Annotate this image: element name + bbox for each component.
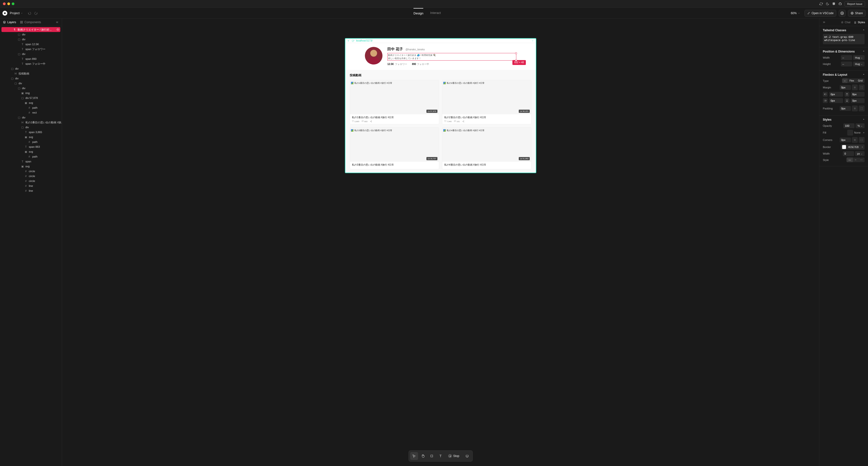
margin-input[interactable] — [840, 85, 851, 90]
settings-button[interactable] — [839, 10, 845, 17]
layer-row[interactable]: Tspan 883 — [0, 144, 62, 149]
margin-bottom-input[interactable] — [851, 98, 865, 103]
hand-tool-button[interactable] — [419, 452, 427, 460]
project-name-dropdown[interactable]: Project — [10, 11, 23, 15]
layer-row[interactable]: ▣svg — [0, 164, 62, 169]
add-fill-button[interactable]: + — [863, 131, 865, 134]
width-mode-dropdown[interactable]: Hug⌄ — [853, 55, 865, 60]
margin-expand-button[interactable] — [859, 85, 865, 90]
layout-type-flex-button[interactable]: Flex — [847, 79, 856, 83]
tab-design[interactable]: Design — [413, 8, 423, 18]
layer-row[interactable]: #rect — [0, 110, 62, 115]
layer-row[interactable]: H投稿動画 — [0, 71, 62, 76]
share-button[interactable]: Share — [848, 10, 866, 17]
margin-left-input[interactable] — [829, 92, 843, 97]
zoom-dropdown[interactable]: 60% — [791, 11, 800, 15]
minimize-window-button[interactable] — [7, 2, 10, 5]
height-mode-dropdown[interactable]: Hug⌄ — [853, 62, 865, 66]
layer-row[interactable]: ▣svg — [0, 100, 62, 105]
margin-top-input[interactable] — [851, 92, 865, 97]
panel-tab-styles[interactable]: Styles — [854, 21, 865, 24]
share-icon[interactable] — [370, 120, 372, 122]
stop-button[interactable]: Stop — [445, 452, 462, 460]
layer-row[interactable]: ▢div — [0, 81, 62, 86]
profile-bio-selected-element[interactable]: 動画クリエイター / 旅行好き 🌏 / 料理研究家 🍳 新しい発見を共有していき… — [388, 53, 516, 61]
github-icon[interactable] — [838, 2, 842, 6]
corners-link-button[interactable] — [852, 137, 858, 143]
collapse-section-icon[interactable]: ⌃ — [863, 119, 865, 121]
layer-row[interactable]: ▢div 57,878 — [0, 95, 62, 100]
opacity-unit-dropdown[interactable]: %⌄ — [856, 123, 865, 128]
cursor-tool-button[interactable] — [410, 452, 418, 460]
layer-row[interactable]: ▣img — [0, 91, 62, 95]
opacity-input[interactable] — [843, 123, 855, 128]
visibility-icon[interactable] — [56, 28, 59, 31]
layer-row[interactable]: H私の1番目の思い出の動画 #旅... — [0, 120, 62, 125]
report-issue-button[interactable]: Report Issue — [844, 1, 865, 7]
layer-row[interactable]: Tspan 3,865 — [0, 130, 62, 134]
open-in-vscode-button[interactable]: Open in VSCode — [805, 10, 836, 17]
layer-row[interactable]: #path — [0, 105, 62, 110]
layer-row[interactable]: #line — [0, 183, 62, 188]
remove-border-button[interactable]: × — [862, 146, 863, 149]
layer-row[interactable]: #circle — [0, 174, 62, 179]
close-window-button[interactable] — [3, 2, 6, 5]
redo-button[interactable] — [34, 11, 38, 15]
layer-row[interactable]: ▢div — [0, 125, 62, 130]
layer-row[interactable]: Tspan フォロワー — [0, 46, 62, 52]
layer-row[interactable]: ▢div — [0, 66, 62, 71]
border-style-dashed-button[interactable]: ┄ — [853, 158, 858, 162]
collapse-section-icon[interactable]: ⌃ — [863, 29, 865, 32]
layer-row[interactable]: ▣svg — [0, 134, 62, 139]
reload-icon[interactable] — [352, 39, 354, 42]
border-style-solid-button[interactable]: — — [846, 158, 853, 162]
frame-tool-button[interactable] — [428, 452, 436, 460]
video-card[interactable]: 私の2番目の思い出の動画 #旅行 #日常90,221私の2番目の思い出の動画 #… — [442, 80, 531, 124]
border-width-input[interactable] — [843, 151, 854, 156]
video-card[interactable]: 私の1番目の思い出の動画 #旅行 #日常57,878私の1番目の思い出の動画 #… — [350, 80, 439, 124]
padding-input[interactable] — [840, 106, 851, 111]
fill-swatch[interactable] — [847, 130, 853, 135]
layer-row[interactable]: #path — [0, 139, 62, 144]
panel-tab-layers[interactable]: Layers — [3, 21, 16, 24]
border-style-dotted-button[interactable]: ⋯ — [858, 158, 865, 162]
corners-input[interactable] — [840, 137, 851, 143]
layer-row[interactable]: #circle — [0, 169, 62, 174]
back-icon[interactable] — [347, 39, 350, 42]
layer-row[interactable]: ▢div — [0, 86, 62, 91]
layer-row[interactable]: #line — [0, 188, 62, 193]
collapse-right-panel-button[interactable] — [822, 21, 826, 24]
border-width-unit-dropdown[interactable]: px⌄ — [855, 151, 865, 156]
width-input[interactable] — [841, 55, 852, 60]
layer-row[interactable]: #circle — [0, 179, 62, 183]
refresh-icon[interactable] — [819, 2, 823, 6]
padding-link-button[interactable] — [852, 105, 858, 112]
panel-tab-components[interactable]: Components — [20, 21, 41, 24]
discord-icon[interactable] — [832, 2, 836, 6]
border-color-swatch[interactable] — [842, 145, 846, 149]
tailwind-classes-input[interactable]: mt-2 text-gray-600 whitespace-pre-line — [823, 34, 865, 44]
collapse-section-icon[interactable]: ⌃ — [863, 51, 865, 53]
layer-row[interactable]: Tspan — [0, 159, 62, 164]
layer-row[interactable]: ▢div — [0, 32, 62, 37]
layer-row[interactable]: #path — [0, 154, 62, 159]
layer-row-selected[interactable]: ¶ 動画クリエイター / 旅行好... — [1, 27, 60, 32]
moon-icon[interactable] — [826, 2, 829, 6]
layer-row[interactable]: Tspan 12.5K — [0, 42, 62, 46]
layer-row[interactable]: ▢div — [0, 115, 62, 120]
layer-row[interactable]: Tspan 890 — [0, 56, 62, 61]
video-card[interactable]: 私の3番目の思い出の動画 #旅行 #日常16,737私の3番目の思い出の動画 #… — [350, 127, 439, 169]
collapse-left-panel-button[interactable] — [56, 21, 59, 24]
device-tool-button[interactable] — [463, 452, 471, 460]
panel-tab-chat[interactable]: Chat — [841, 21, 850, 24]
layer-row[interactable]: ▢div — [0, 52, 62, 56]
maximize-window-button[interactable] — [12, 2, 14, 5]
undo-button[interactable] — [28, 11, 31, 15]
collapse-section-icon[interactable]: ⌃ — [863, 74, 865, 76]
tab-interact[interactable]: Interact — [430, 8, 441, 18]
layer-row[interactable]: ▣svg — [0, 149, 62, 154]
layer-row[interactable]: Tspan フォロー中 — [0, 61, 62, 66]
layer-row[interactable]: ▢div — [0, 37, 62, 42]
share-icon[interactable] — [462, 120, 464, 122]
padding-expand-button[interactable] — [859, 105, 865, 112]
